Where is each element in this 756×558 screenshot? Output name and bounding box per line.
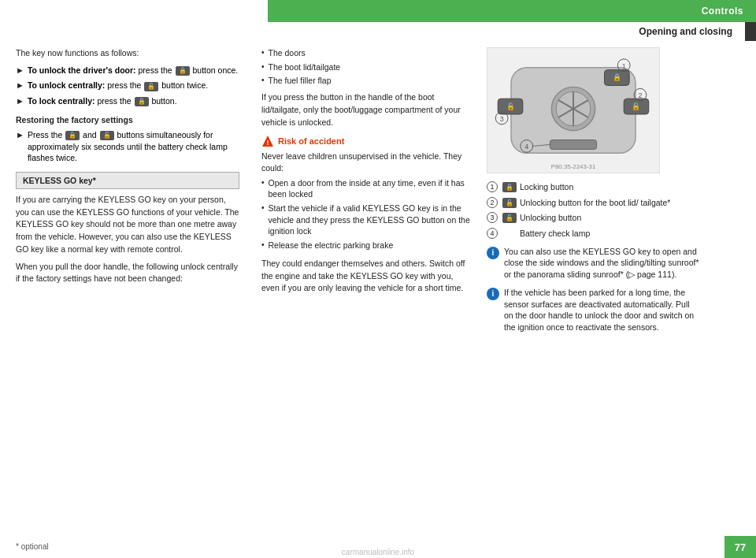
arrow-label-2: To unlock centrally: <box>28 80 105 90</box>
key-image: 🔒 1 🔓 2 🔓 3 4 <box>487 47 660 173</box>
keyless-para1-text: If you are carrying the KEYLESS GO key o… <box>16 194 239 256</box>
arrow-icon-1: ► <box>16 65 24 75</box>
risk-bullet-1: • Open a door from the inside at any tim… <box>261 177 471 200</box>
bullet-bootlid: • The boot lid/tailgate <box>261 61 471 73</box>
keyless-para2: When you pull the door handle, the follo… <box>16 261 239 286</box>
legend-text-3: Unlocking button <box>520 212 699 224</box>
risk-intro: Never leave children unsupervised in the… <box>261 151 471 173</box>
svg-text:🔒: 🔒 <box>613 73 622 82</box>
arrow-item-1: ► To unlock the driver's door: press the… <box>16 65 239 76</box>
main-content: The key now functions as follows: ► To u… <box>0 47 756 534</box>
risk-title: Risk of accident <box>278 136 344 146</box>
left-column: The key now functions as follows: ► To u… <box>0 47 252 534</box>
arrow-text-3: To lock centrally: press the 🔒 button. <box>28 95 177 107</box>
lock-btn-icon-2: 🔒 <box>135 97 149 106</box>
arrow-label-3: To lock centrally: <box>28 96 95 106</box>
arrow-text-1: To unlock the driver's door: press the 🔒… <box>28 65 238 76</box>
svg-text:4: 4 <box>524 143 528 151</box>
svg-text:🔓: 🔓 <box>506 102 516 111</box>
legend-icon-3: 🔓 <box>502 213 517 223</box>
bullet-doors: • The doors <box>261 47 471 59</box>
bullet-fuel: • The fuel filler flap <box>261 75 471 87</box>
risk-bullet-2: • Start the vehicle if a valid KEYLESS G… <box>261 203 471 237</box>
subheader: Opening and closing <box>268 22 756 41</box>
intro-paragraph: The key now functions as follows: <box>16 47 239 60</box>
legend-num-4: 4 <box>487 228 498 239</box>
arrow-label-1: To unlock the driver's door: <box>28 65 136 75</box>
restore-text: Press the 🔒 and 🔓 buttons simultaneously… <box>28 129 239 164</box>
arrow-text-2: To unlock centrally: press the 🔓 button … <box>28 80 208 91</box>
arrow-item-2: ► To unlock centrally: press the 🔓 butto… <box>16 80 239 91</box>
svg-text:3: 3 <box>500 115 504 123</box>
bullet-dot-3: • <box>261 76 265 84</box>
restore-heading: Restoring the factory settings <box>16 115 239 125</box>
info-icon-1: i <box>487 247 499 259</box>
info-text-2: If the vehicle has been parked for a lon… <box>504 287 699 333</box>
legend-text-4: Battery check lamp <box>520 228 699 240</box>
legend-num-1: 1 <box>487 181 498 192</box>
endanger-text-block: They could endanger themselves and other… <box>261 258 471 295</box>
bullet-dot-2: • <box>261 62 265 71</box>
keyless-label: KEYLESS GO key* <box>23 176 96 185</box>
footnote: * optional <box>16 542 49 551</box>
info-box-1: i You can also use the KEYLESS GO key to… <box>487 246 699 281</box>
unlock-btn-icon-1: 🔓 <box>144 82 158 91</box>
arrow-icon-2: ► <box>16 80 24 90</box>
watermark: carmanualonline.info <box>342 548 414 556</box>
lock-btn-icon-1: 🔒 <box>176 66 190 76</box>
legend-icon-2: 🔓 <box>502 198 517 208</box>
info-box-2: i If the vehicle has been parked for a l… <box>487 287 699 333</box>
legend-item-4: 4 Battery check lamp <box>487 228 699 240</box>
info-icon-2: i <box>487 288 499 300</box>
button-description: If you press the button in the handle of… <box>261 91 471 128</box>
risk-header: ! Risk of accident <box>261 135 471 147</box>
legend-num-3: 3 <box>487 212 498 223</box>
risk-dot-3: • <box>261 240 265 249</box>
legend-item-3: 3 🔓 Unlocking button <box>487 212 699 224</box>
restore-icon-2: 🔓 <box>100 131 114 140</box>
risk-text-1: Open a door from the inside at any time,… <box>269 177 471 200</box>
restore-item: ► Press the 🔒 and 🔓 buttons simultaneous… <box>16 129 239 164</box>
intro-text: The key now functions as follows: <box>16 47 239 60</box>
svg-text:🔓: 🔓 <box>632 102 641 111</box>
risk-box: ! Risk of accident Never leave children … <box>261 135 471 251</box>
svg-text:!: ! <box>267 139 269 147</box>
risk-text-3: Release the electric parking brake <box>269 240 394 251</box>
arrow-icon-3: ► <box>16 96 24 106</box>
svg-rect-20 <box>550 140 596 150</box>
risk-dot-2: • <box>261 203 265 212</box>
arrow-item-3: ► To lock centrally: press the 🔒 button. <box>16 95 239 107</box>
bullet-text-3: The fuel filler flap <box>269 75 332 87</box>
keyless-para2-text: When you pull the door handle, the follo… <box>16 261 239 286</box>
bullet-text-2: The boot lid/tailgate <box>269 61 341 73</box>
keyless-box: KEYLESS GO key* <box>16 172 239 189</box>
svg-text:1: 1 <box>622 62 626 70</box>
risk-dot-1: • <box>261 178 265 187</box>
legend-num-2: 2 <box>487 197 498 208</box>
keyless-para1: If you are carrying the KEYLESS GO key o… <box>16 194 239 256</box>
subheader-title: Opening and closing <box>639 26 745 37</box>
legend-icon-1: 🔒 <box>502 182 517 192</box>
info-text-1: You can also use the KEYLESS GO key to o… <box>504 246 699 281</box>
risk-triangle-icon: ! <box>261 135 274 147</box>
subheader-bar <box>745 22 756 41</box>
restore-arrow: ► <box>16 130 24 140</box>
risk-bullet-3: • Release the electric parking brake <box>261 240 471 251</box>
key-illustration: 🔒 1 🔓 2 🔓 3 4 <box>487 48 659 173</box>
bullet-dot-1: • <box>261 48 265 57</box>
legend-item-2: 2 🔓 Unlocking button for the boot lid/ t… <box>487 197 699 209</box>
page-number: 77 <box>724 536 756 558</box>
endanger-text: They could endanger themselves and other… <box>261 258 471 295</box>
legend-text-2: Unlocking button for the boot lid/ tailg… <box>520 197 699 209</box>
legend-item-1: 1 🔒 Locking button <box>487 181 699 193</box>
bullet-text-1: The doors <box>269 47 306 59</box>
header-bar: Controls <box>268 0 756 22</box>
restore-icon-1: 🔒 <box>65 131 80 140</box>
risk-text-2: Start the vehicle if a valid KEYLESS GO … <box>269 203 471 237</box>
svg-text:2: 2 <box>638 91 642 99</box>
button-text-block: If you press the button in the handle of… <box>261 91 471 128</box>
middle-column: • The doors • The boot lid/tailgate • Th… <box>252 47 480 534</box>
svg-text:P80.35-2243-31: P80.35-2243-31 <box>551 163 596 170</box>
header-title: Controls <box>702 6 743 17</box>
legend-text-1: Locking button <box>520 181 699 193</box>
